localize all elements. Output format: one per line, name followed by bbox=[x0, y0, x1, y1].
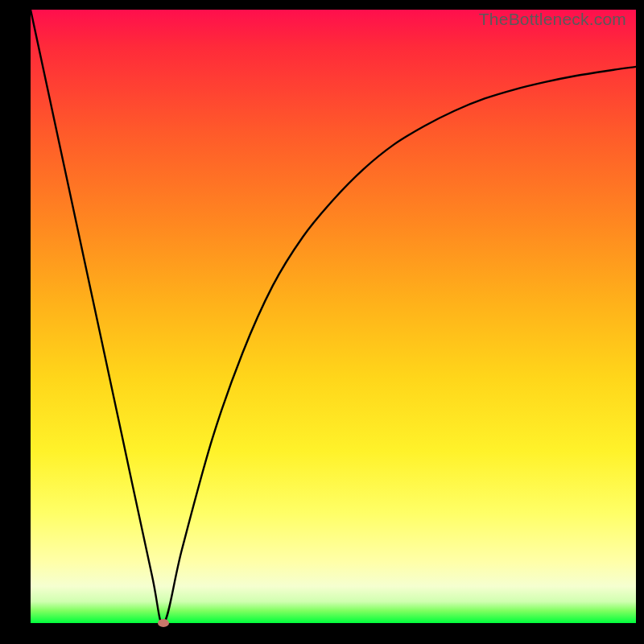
curve-path bbox=[31, 10, 636, 623]
plot-area: TheBottleneck.com bbox=[31, 10, 636, 623]
minimum-marker bbox=[158, 619, 169, 627]
chart-frame: TheBottleneck.com bbox=[0, 0, 644, 644]
bottleneck-curve bbox=[31, 10, 636, 623]
